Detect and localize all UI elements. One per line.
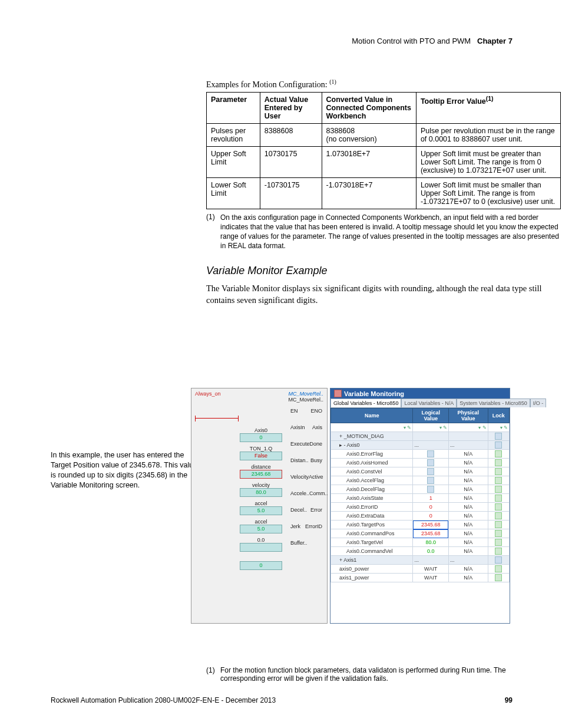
group-row-axis1[interactable]: + Axis1...... (331, 556, 510, 565)
header-topic: Motion Control with PTO and PWM (352, 37, 471, 45)
fb-input-value[interactable]: 80.0 (240, 488, 282, 497)
var-row[interactable]: axis1_powerWAITN/A (331, 574, 510, 582)
margin-note: In this example, the user has entered th… (51, 450, 199, 490)
tab-global-vars[interactable]: Global Variables - Micro850 (330, 398, 401, 407)
th-converted: Converted Value in Connected Components … (322, 92, 416, 123)
fb-inputs: Axis00TON_1.QFalsedistance2345.68velocit… (240, 424, 282, 570)
function-block-editor: Always_on MC_MoveRel.. MC_MoveRel.. Axis… (191, 388, 328, 624)
window-title-bar: Variable Monitoring (330, 388, 510, 398)
table-row: Upper Soft Limit 10730175 1.073018E+7 Up… (207, 146, 561, 177)
fb-pins: ENENOAxisInAxisExecuteDoneDistan..BusyVe… (289, 403, 323, 551)
var-row[interactable]: Axis0.CommandVel0.0N/A (331, 547, 510, 556)
fb-input-label: 0.0 (240, 537, 282, 543)
header-chapter: Chapter 7 (477, 37, 513, 45)
fb-input-label: distance (240, 464, 282, 470)
fb-pin-row: Distan..Busy (289, 452, 323, 469)
window-icon (334, 390, 342, 397)
caption-sup: (1) (329, 78, 336, 85)
var-row[interactable]: Axis0.AxisState1N/A (331, 494, 510, 503)
th-tooltip: Tooltip Error Value(1) (416, 92, 560, 123)
filter-row[interactable]: ▾ ✎▾ ✎▾ ✎▾ ✎ (331, 423, 510, 432)
fb-pin-row: ExecuteDone (289, 436, 323, 452)
tab-io[interactable]: I/O - (530, 398, 547, 407)
fb-input-value[interactable]: 2345.68 (240, 470, 282, 479)
fb-pin-row: ENENO (289, 403, 323, 419)
fb-input-label: velocity (240, 482, 282, 488)
var-row[interactable]: Axis0.ConstVelN/A (331, 467, 510, 476)
group-row-motion[interactable]: + _MOTION_DIAG (331, 432, 510, 441)
fb-input-label: TON_1.Q (240, 446, 282, 452)
table-row: Pulses per revolution 8388608 8388608 (n… (207, 123, 561, 146)
body-paragraph: The Variable Monitor displays six signif… (206, 283, 561, 306)
fb-pin-row: AxisInAxis (289, 419, 323, 436)
var-row[interactable]: Axis0.ErrorFlagN/A (331, 450, 510, 459)
footnote-1: (1) On the axis configuration page in Co… (206, 213, 561, 251)
fb-input-value[interactable]: False (240, 452, 282, 460)
fb-input-value[interactable]: 0 (240, 561, 282, 570)
publication-info: Rockwell Automation Publication 2080-UM0… (51, 696, 276, 704)
table-row: Lower Soft Limit -10730175 -1.073018E+7 … (207, 177, 561, 209)
col-physical[interactable]: Physical Value (448, 409, 488, 423)
fb-input-value[interactable]: 0 (240, 433, 282, 442)
footnote-text: For the motion function block parameters… (220, 666, 511, 683)
th-parameter: Parameter (207, 92, 260, 123)
var-row[interactable]: Axis0.CommandPos2345.68N/A (331, 529, 510, 538)
fb-input-label: accel (240, 519, 282, 525)
fb-instance-name: MC_MoveRel.. MC_MoveRel.. (276, 391, 323, 403)
fb-pin-row: JerkErrorID (289, 518, 323, 535)
fb-input-label: accel (240, 500, 282, 506)
footnote-2: (1) For the motion function block parame… (206, 666, 511, 683)
fb-input-value[interactable] (240, 543, 282, 552)
fb-input-label: Axis0 (240, 427, 282, 433)
fb-pin-row: Decel..Error (289, 502, 323, 518)
col-lock[interactable]: Lock (488, 409, 509, 423)
page-footer: Rockwell Automation Publication 2080-UM0… (51, 696, 513, 704)
footnote-text: On the axis configuration page in Connec… (220, 213, 561, 251)
rung-line (195, 418, 239, 419)
config-examples-table: Parameter Actual Value Entered by User C… (206, 92, 561, 209)
tab-system-vars[interactable]: System Variables - Micro850 (457, 398, 530, 407)
var-row[interactable]: Axis0.TargetVel80.0N/A (331, 538, 510, 547)
var-row[interactable]: axis0_powerWAITN/A (331, 565, 510, 574)
fb-pin-row: VelocityActive (289, 469, 323, 485)
var-row[interactable]: Axis0.AccelFlagN/A (331, 476, 510, 485)
th-actual: Actual Value Entered by User (260, 92, 322, 123)
tab-local-vars[interactable]: Local Variables - N/A (401, 398, 457, 407)
screenshot-composite: Always_on MC_MoveRel.. MC_MoveRel.. Axis… (191, 388, 511, 624)
footnote-mark: (1) (206, 666, 220, 683)
caption-text: Examples for Motion Configuration: (206, 80, 328, 89)
window-title: Variable Monitoring (344, 390, 404, 397)
col-name[interactable]: Name (331, 409, 413, 423)
fb-pin-row: Buffer.. (289, 535, 323, 551)
var-row[interactable]: Axis0.ExtraData0N/A (331, 512, 510, 521)
var-row[interactable]: Axis0.AxisHomedN/A (331, 459, 510, 467)
col-logical[interactable]: Logical Value (413, 409, 449, 423)
page-header: Motion Control with PTO and PWM Chapter … (51, 37, 513, 45)
fb-pin-row: Accele..Comm.. (289, 485, 323, 502)
table-caption: Examples for Motion Configuration: (1) (206, 78, 513, 90)
tab-bar[interactable]: Global Variables - Micro850 Local Variab… (330, 398, 510, 408)
group-row-axis0[interactable]: ▸ - Axis0...... (331, 441, 510, 450)
var-row[interactable]: Axis0.ErrorID0N/A (331, 503, 510, 512)
fb-input-value[interactable]: 5.0 (240, 506, 282, 515)
var-row[interactable]: Axis0.TargetPos2345.68N/A (331, 521, 510, 529)
footnote-mark: (1) (206, 213, 220, 251)
var-row[interactable]: Axis0.DecelFlagN/A (331, 485, 510, 494)
section-subhead: Variable Monitor Example (206, 265, 513, 277)
page-number: 99 (505, 696, 513, 704)
variable-monitor-window: Variable Monitoring Global Variables - M… (330, 388, 510, 624)
fb-input-value[interactable]: 5.0 (240, 525, 282, 533)
variable-table[interactable]: Name Logical Value Physical Value Lock ▾… (330, 408, 510, 582)
